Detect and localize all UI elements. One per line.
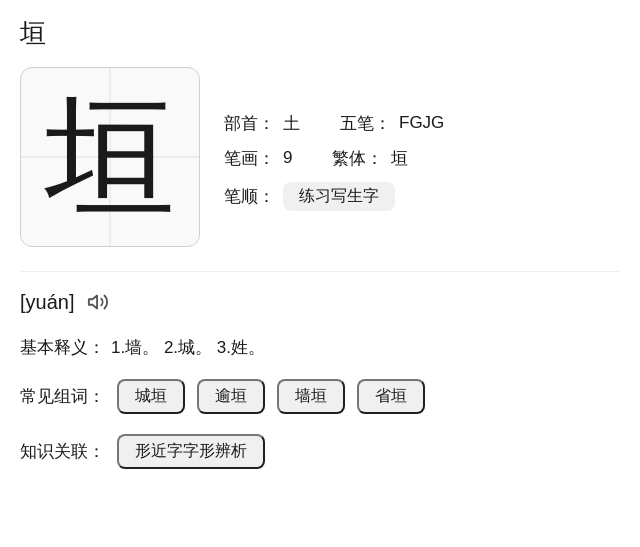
info-row-2: 笔画： 9 繁体： 垣 xyxy=(224,147,444,170)
compounds-label: 常见组词： xyxy=(20,385,105,408)
bihua-value: 9 xyxy=(283,148,292,168)
info-row-1: 部首： 土 五笔： FGJG xyxy=(224,112,444,135)
practice-button[interactable]: 练习写生字 xyxy=(283,182,395,211)
divider-1 xyxy=(20,271,620,272)
compound-tag-1[interactable]: 逾垣 xyxy=(197,379,265,414)
definition-label: 基本释义： xyxy=(20,336,105,359)
bushou-item: 部首： 土 xyxy=(224,112,300,135)
wubi-value: FGJG xyxy=(399,113,444,133)
main-character: 垣 xyxy=(45,92,175,222)
pronunciation-text: [yuán] xyxy=(20,291,74,314)
fanti-item: 繁体： 垣 xyxy=(332,147,408,170)
compound-tag-2[interactable]: 墙垣 xyxy=(277,379,345,414)
page-title: 垣 xyxy=(20,16,620,51)
pronunciation-section: [yuán] xyxy=(20,288,620,316)
bihua-item: 笔画： 9 xyxy=(224,147,292,170)
compounds-section: 常见组词： 城垣 逾垣 墙垣 省垣 xyxy=(20,379,620,414)
fanti-label: 繁体： xyxy=(332,147,383,170)
info-table: 部首： 土 五笔： FGJG 笔画： 9 繁体： 垣 笔顺： 练习写生字 xyxy=(224,67,444,247)
sound-icon[interactable] xyxy=(84,288,112,316)
character-box: 垣 xyxy=(20,67,200,247)
definition-row: 基本释义： 1.墙。 2.城。 3.姓。 xyxy=(20,336,620,359)
bishun-item: 笔顺： 练习写生字 xyxy=(224,182,395,211)
info-row-3: 笔顺： 练习写生字 xyxy=(224,182,444,211)
top-section: 垣 部首： 土 五笔： FGJG 笔画： 9 繁体： 垣 笔顺： xyxy=(20,67,620,247)
fanti-value: 垣 xyxy=(391,147,408,170)
bishun-label: 笔顺： xyxy=(224,185,275,208)
compound-tag-0[interactable]: 城垣 xyxy=(117,379,185,414)
knowledge-label: 知识关联： xyxy=(20,440,105,463)
knowledge-section: 知识关联： 形近字字形辨析 xyxy=(20,434,620,469)
bushou-value: 土 xyxy=(283,112,300,135)
bihua-label: 笔画： xyxy=(224,147,275,170)
definition-section: 基本释义： 1.墙。 2.城。 3.姓。 xyxy=(20,336,620,359)
wubi-label: 五笔： xyxy=(340,112,391,135)
compound-tag-3[interactable]: 省垣 xyxy=(357,379,425,414)
svg-marker-0 xyxy=(89,296,97,309)
wubi-item: 五笔： FGJG xyxy=(340,112,444,135)
knowledge-tag-0[interactable]: 形近字字形辨析 xyxy=(117,434,265,469)
bushou-label: 部首： xyxy=(224,112,275,135)
definition-text: 1.墙。 2.城。 3.姓。 xyxy=(111,336,265,359)
